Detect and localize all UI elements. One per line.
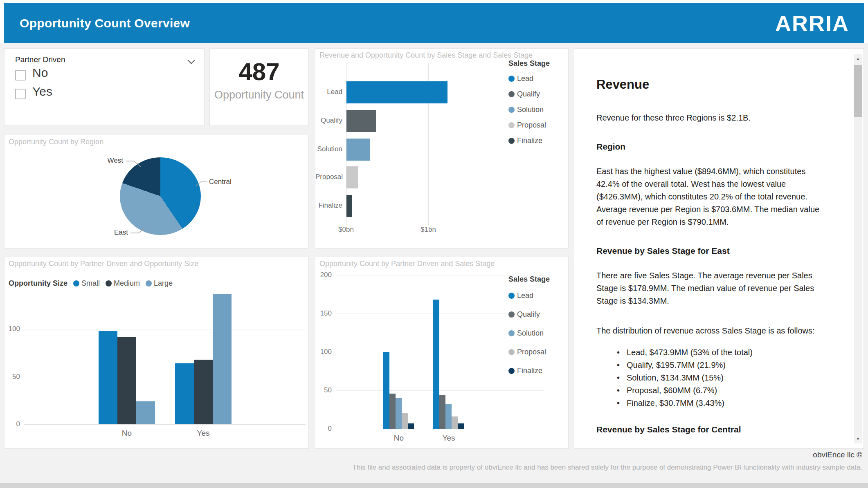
bar-medium-no[interactable] xyxy=(117,337,136,424)
legend-label: Lead xyxy=(517,74,533,83)
bar-lead[interactable] xyxy=(346,81,447,103)
bar-solution[interactable] xyxy=(346,139,370,161)
legend-dot-medium xyxy=(106,280,112,287)
legend-item-finalize[interactable]: Finalize xyxy=(508,137,542,145)
bar-small-yes[interactable] xyxy=(175,363,194,424)
narrative-paragraph: There are five Sales Stage. The average … xyxy=(596,269,825,307)
bar-proposal-yes[interactable] xyxy=(452,416,458,429)
footer-credit: obviEnce llc © xyxy=(813,450,862,459)
bar-solution-no[interactable] xyxy=(396,398,402,429)
bottom-scroll-strip xyxy=(0,483,868,488)
narrative-bullet: Solution, $134.3MM (15%) xyxy=(617,372,825,384)
axis-tick-label: $1bn xyxy=(412,226,445,234)
bar-proposal[interactable] xyxy=(346,166,358,188)
bar-large-no[interactable] xyxy=(136,401,155,424)
bar-medium-yes[interactable] xyxy=(194,360,213,424)
legend-item-proposal[interactable]: Proposal xyxy=(508,348,546,356)
bar-lead-yes[interactable] xyxy=(433,300,439,429)
legend-item-lead[interactable]: Lead xyxy=(508,74,533,83)
gridline xyxy=(24,377,306,377)
legend-item-solution[interactable]: Solution xyxy=(508,329,544,338)
scrollbar-up-icon[interactable]: ▲ xyxy=(854,54,862,63)
narrative-bullet: Lead, $473.9MM (53% of the total) xyxy=(617,346,825,359)
pie-label-west: West xyxy=(92,157,123,165)
kpi-label: Opportunity Count xyxy=(210,89,308,101)
legend-item-small[interactable]: Small xyxy=(73,279,100,288)
scrollbar-down-icon[interactable]: ▼ xyxy=(854,434,862,443)
dashboard-page: Opportunity Count Overview ARRIA Partner… xyxy=(0,0,868,488)
count-by-partner-driven-and-stage-chart: Opportunity Count by Partner Driven and … xyxy=(315,257,569,449)
bar-qualify[interactable] xyxy=(346,110,376,132)
legend-item-finalize[interactable]: Finalize xyxy=(508,367,542,375)
pie-region[interactable] xyxy=(120,157,201,235)
axis-category-label: Yes xyxy=(432,434,465,443)
legend-dot-finalize xyxy=(508,138,515,144)
legend-item-qualify[interactable]: Qualify xyxy=(508,310,540,319)
narrative-paragraph: Revenue for these three Regions is $2.1B… xyxy=(596,112,825,124)
bar-large-yes[interactable] xyxy=(213,294,232,424)
legend-dot-large xyxy=(146,280,152,287)
legend-label: Qualify xyxy=(517,310,540,319)
legend-label: Proposal xyxy=(517,348,546,356)
legend-label: Solution xyxy=(517,329,544,338)
axis-tick-label: 150 xyxy=(315,309,332,318)
chart-title: Opportunity Count by Region xyxy=(9,138,103,146)
bar-solution-yes[interactable] xyxy=(445,404,452,429)
scrollbar-thumb[interactable] xyxy=(854,65,862,117)
legend-item-medium[interactable]: Medium xyxy=(106,279,140,288)
page-title: Opportunity Count Overview xyxy=(20,16,190,30)
legend-label: Medium xyxy=(114,279,140,288)
bar-qualify-no[interactable] xyxy=(389,394,396,429)
gridline xyxy=(336,390,544,391)
narrative-bullet-list: Lead, $473.9MM (53% of the total)Qualify… xyxy=(596,346,825,410)
legend-item-solution[interactable]: Solution xyxy=(508,105,544,114)
legend-item-large[interactable]: Large xyxy=(146,279,173,288)
legend-dot-finalize xyxy=(508,368,515,374)
bar-finalize[interactable] xyxy=(346,195,352,217)
bar-lead-no[interactable] xyxy=(383,352,389,429)
narrative-heading: Revenue by Sales Stage for East xyxy=(596,246,825,256)
axis-category-label: No xyxy=(382,434,415,443)
legend-title: Opportunity Size xyxy=(9,279,67,288)
legend-dot-proposal xyxy=(508,122,515,128)
axis-tick-label: 0 xyxy=(315,425,332,433)
narrative-bullet: Finalize, $30.7MM (3.43%) xyxy=(617,397,825,410)
kpi-value: 487 xyxy=(210,58,308,86)
bar-finalize-yes[interactable] xyxy=(458,423,464,429)
axis-category-label: Lead xyxy=(315,88,342,96)
bar-qualify-yes[interactable] xyxy=(439,395,445,429)
axis-tick-label: $0bn xyxy=(330,226,362,234)
checkbox-yes[interactable] xyxy=(15,89,26,99)
axis-category-label: Solution xyxy=(315,145,342,153)
narrative-content: RevenueRevenue for these three Regions i… xyxy=(574,49,854,449)
legend-title: Sales Stage xyxy=(508,275,550,284)
narrative-bullet: Qualify, $195.7MM (21.9%) xyxy=(617,359,825,372)
revenue-narrative-panel: RevenueRevenue for these three Regions i… xyxy=(574,48,864,449)
opportunity-count-by-region-chart: Opportunity Count by Region WestCentralE… xyxy=(4,135,309,248)
narrative-heading: Revenue by Sales Stage for Central xyxy=(596,424,825,435)
chart-title: Revenue and Opportunity Count by Sales S… xyxy=(319,51,533,60)
legend-item-lead[interactable]: Lead xyxy=(508,291,533,300)
legend-dot-proposal xyxy=(508,349,515,355)
bar-small-no[interactable] xyxy=(99,331,117,424)
narrative-bullet: Proposal, $60MM (6.7%) xyxy=(617,384,825,397)
legend-item-qualify[interactable]: Qualify xyxy=(508,90,540,98)
footer-disclaimer: This file and associated data is propert… xyxy=(353,463,862,472)
checkbox-no[interactable] xyxy=(15,70,26,81)
bar-finalize-no[interactable] xyxy=(408,423,414,429)
checkbox-no-label[interactable]: No xyxy=(32,66,48,80)
bar-proposal-no[interactable] xyxy=(402,413,408,429)
axis-tick-label: 200 xyxy=(315,271,332,279)
slicer-title: Partner Driven xyxy=(15,55,65,64)
legend-dot-lead xyxy=(508,76,515,82)
legend-item-proposal[interactable]: Proposal xyxy=(508,121,546,130)
header-bar: Opportunity Count Overview ARRIA xyxy=(4,3,864,43)
narrative-paragraph: The distribution of revenue across Sales… xyxy=(596,325,825,337)
chevron-down-icon[interactable] xyxy=(187,56,195,64)
axis-category-label: Finalize xyxy=(315,201,342,210)
checkbox-yes-label[interactable]: Yes xyxy=(32,85,52,98)
legend-dot-small xyxy=(73,280,79,287)
legend-label: Qualify xyxy=(517,90,540,98)
legend-label: Lead xyxy=(517,291,533,300)
pie-label-east: East xyxy=(103,228,128,237)
